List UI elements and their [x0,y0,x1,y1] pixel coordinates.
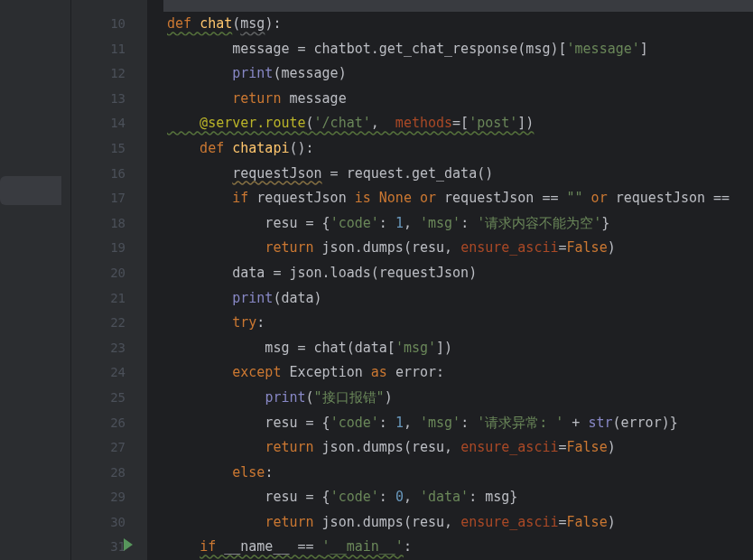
code-line[interactable]: return json.dumps(resu, ensure_ascii=Fal… [163,510,753,536]
code-line[interactable]: msg = chat(data['msg']) [163,336,753,361]
code-line[interactable]: except Exception as error: [163,360,753,386]
line-number[interactable]: 29 [71,485,147,510]
code-line[interactable]: resu = {'code': 0, 'data': msg} [163,485,753,510]
code-line[interactable]: if requestJson is None or requestJson ==… [163,186,753,211]
code-line[interactable]: print(data) [163,286,753,312]
code-line[interactable]: print("接口报错") [163,386,753,411]
code-editor[interactable]: chatbot = Chatbot(config, conversation_i… [163,0,753,560]
line-number[interactable]: 13 [71,87,147,112]
code-line[interactable]: if __name__ == '__main__': [163,535,753,560]
code-line[interactable]: try: [163,311,753,336]
line-number[interactable]: 30 [71,510,147,536]
line-number[interactable]: 21 [71,286,147,312]
line-number[interactable]: 22 [71,311,147,336]
line-number[interactable]: 23 [71,336,147,361]
line-number[interactable]: 20 [71,261,147,286]
line-number[interactable]: 28 [71,461,147,486]
line-number[interactable]: 27 [71,435,147,461]
editor-root: 10 11 12 13 14 15 16 17 18 19 20 21 22 2… [0,0,753,560]
line-number[interactable]: 14 [71,111,147,136]
code-line[interactable]: print(message) [163,61,753,87]
fold-rail [147,0,163,560]
line-number[interactable]: 10 [71,12,147,37]
code-line[interactable]: requestJson = request.get_data() [163,162,753,187]
line-number[interactable]: 31 [71,535,147,560]
line-number[interactable]: 11 [71,37,147,62]
code-line[interactable]: @server.route('/chat', methods=['post']) [163,111,753,136]
code-line[interactable]: resu = {'code': 1, 'msg': '请求内容不能为空'} [163,211,753,237]
line-number[interactable]: 25 [71,386,147,411]
line-number-gutter: 10 11 12 13 14 15 16 17 18 19 20 21 22 2… [71,0,147,560]
code-line[interactable]: message = chatbot.get_chat_response(msg)… [163,37,753,62]
line-number[interactable]: 26 [71,411,147,436]
code-line[interactable]: def chat(msg): [163,12,753,37]
code-line[interactable]: def chatapi(): [163,136,753,162]
code-line[interactable]: return json.dumps(resu, ensure_ascii=Fal… [163,435,753,461]
line-number[interactable]: 17 [71,186,147,211]
run-gutter-icon[interactable] [124,538,133,551]
line-number[interactable]: 18 [71,211,147,237]
sidebar-tab[interactable] [0,176,61,205]
tool-sidebar [0,0,71,560]
line-number[interactable]: 15 [71,136,147,162]
line-number[interactable]: 12 [71,61,147,87]
line-number[interactable]: 19 [71,236,147,261]
gutter-partial [71,0,147,12]
code-line[interactable]: return message [163,87,753,112]
code-line[interactable]: data = json.loads(requestJson) [163,261,753,286]
line-number[interactable]: 16 [71,162,147,187]
partial-line: chatbot = Chatbot(config, conversation_i… [163,0,753,12]
line-number[interactable]: 24 [71,360,147,386]
code-line[interactable]: return json.dumps(resu, ensure_ascii=Fal… [163,236,753,261]
code-line[interactable]: resu = {'code': 1, 'msg': '请求异常: ' + str… [163,411,753,436]
code-line[interactable]: else: [163,461,753,486]
